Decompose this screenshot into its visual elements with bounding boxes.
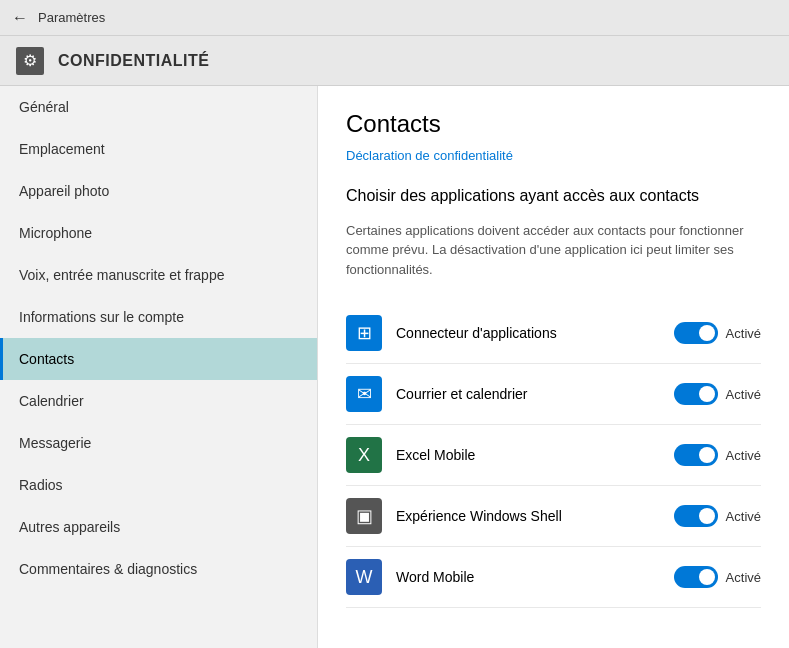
sidebar-item-microphone[interactable]: Microphone [0, 212, 317, 254]
sidebar-item-autres[interactable]: Autres appareils [0, 506, 317, 548]
sidebar-item-compte[interactable]: Informations sur le compte [0, 296, 317, 338]
app-name-connector: Connecteur d'applications [396, 325, 660, 341]
sidebar-item-contacts[interactable]: Contacts [0, 338, 317, 380]
toggle-excel[interactable] [674, 444, 718, 466]
app-name-excel: Excel Mobile [396, 447, 660, 463]
app-icon-shell: ▣ [346, 498, 382, 534]
toggle-label-connector: Activé [726, 326, 761, 341]
sidebar-item-emplacement[interactable]: Emplacement [0, 128, 317, 170]
title-bar-title: Paramètres [38, 10, 105, 25]
sidebar: GénéralEmplacementAppareil photoMicropho… [0, 86, 318, 648]
app-list: ⊞Connecteur d'applicationsActivé✉Courrie… [346, 303, 761, 608]
toggle-area-excel: Activé [674, 444, 761, 466]
toggle-mail[interactable] [674, 383, 718, 405]
privacy-link[interactable]: Déclaration de confidentialité [346, 148, 761, 163]
page-title: Contacts [346, 110, 761, 138]
sidebar-item-messagerie[interactable]: Messagerie [0, 422, 317, 464]
app-row-mail: ✉Courrier et calendrierActivé [346, 364, 761, 425]
app-icon-word: W [346, 559, 382, 595]
app-icon-excel: X [346, 437, 382, 473]
toggle-area-shell: Activé [674, 505, 761, 527]
content-area: Contacts Déclaration de confidentialité … [318, 86, 789, 648]
toggle-area-word: Activé [674, 566, 761, 588]
sidebar-item-appareil-photo[interactable]: Appareil photo [0, 170, 317, 212]
settings-icon: ⚙ [16, 47, 44, 75]
toggle-area-mail: Activé [674, 383, 761, 405]
toggle-connector[interactable] [674, 322, 718, 344]
sidebar-item-radios[interactable]: Radios [0, 464, 317, 506]
app-icon-mail: ✉ [346, 376, 382, 412]
sidebar-item-calendrier[interactable]: Calendrier [0, 380, 317, 422]
header: ⚙ CONFIDENTIALITÉ [0, 36, 789, 86]
toggle-word[interactable] [674, 566, 718, 588]
sidebar-item-commentaires[interactable]: Commentaires & diagnostics [0, 548, 317, 590]
toggle-label-mail: Activé [726, 387, 761, 402]
toggle-shell[interactable] [674, 505, 718, 527]
app-row-excel: XExcel MobileActivé [346, 425, 761, 486]
section-heading: Choisir des applications ayant accès aux… [346, 185, 761, 207]
header-title: CONFIDENTIALITÉ [58, 52, 210, 70]
sidebar-item-voix[interactable]: Voix, entrée manuscrite et frappe [0, 254, 317, 296]
section-description: Certaines applications doivent accéder a… [346, 221, 761, 280]
main-layout: GénéralEmplacementAppareil photoMicropho… [0, 86, 789, 648]
app-row-shell: ▣Expérience Windows ShellActivé [346, 486, 761, 547]
app-name-word: Word Mobile [396, 569, 660, 585]
app-icon-connector: ⊞ [346, 315, 382, 351]
app-name-mail: Courrier et calendrier [396, 386, 660, 402]
toggle-area-connector: Activé [674, 322, 761, 344]
app-name-shell: Expérience Windows Shell [396, 508, 660, 524]
toggle-label-word: Activé [726, 570, 761, 585]
back-button[interactable]: ← [12, 9, 28, 27]
app-row-connector: ⊞Connecteur d'applicationsActivé [346, 303, 761, 364]
toggle-label-excel: Activé [726, 448, 761, 463]
toggle-label-shell: Activé [726, 509, 761, 524]
sidebar-item-general[interactable]: Général [0, 86, 317, 128]
app-row-word: WWord MobileActivé [346, 547, 761, 608]
title-bar: ← Paramètres [0, 0, 789, 36]
